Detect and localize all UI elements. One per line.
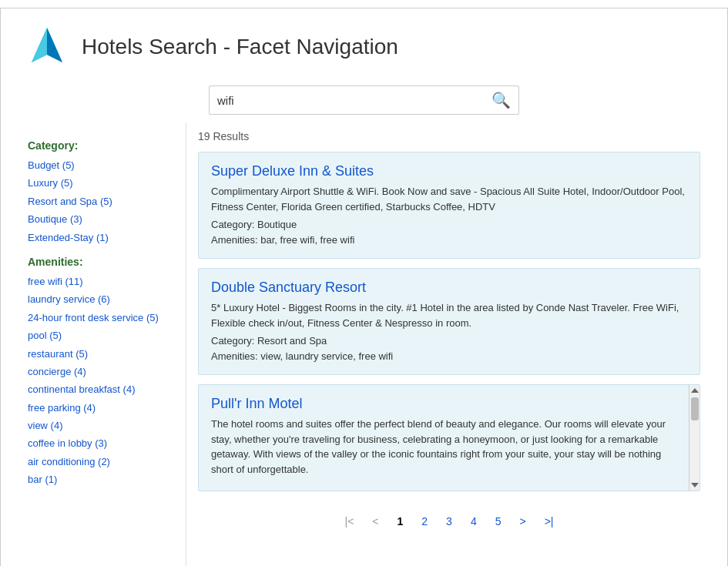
facet-category-luxury[interactable]: Luxury (5) xyxy=(28,174,178,192)
pagination-page-5[interactable]: 5 xyxy=(489,512,508,531)
facet-amenity-coffee-lobby[interactable]: coffee in lobby (3) xyxy=(28,434,178,452)
facet-amenity-pool[interactable]: pool (5) xyxy=(28,327,178,344)
facet-amenity-air-conditioning[interactable]: air conditioning (2) xyxy=(28,453,178,471)
main-content: Category: Budget (5) Luxury (5) Resort a… xyxy=(1,122,727,566)
facet-amenity-view[interactable]: view (4) xyxy=(28,417,178,434)
facet-amenity-free-wifi[interactable]: free wifi (11) xyxy=(28,273,178,290)
scroll-thumb[interactable] xyxy=(691,397,699,420)
search-icon: 🔍 xyxy=(491,92,511,109)
sidebar: Category: Budget (5) Luxury (5) Resort a… xyxy=(16,122,186,566)
pagination-last[interactable]: >| xyxy=(538,512,560,531)
pagination-page-4[interactable]: 4 xyxy=(465,512,483,531)
result-amenities-2: Amenities: view, laundry service, free w… xyxy=(211,349,687,364)
facet-amenity-concierge[interactable]: concierge (4) xyxy=(28,363,178,380)
facet-amenity-continental-breakfast[interactable]: continental breakfast (4) xyxy=(28,380,178,398)
pagination-first[interactable]: |< xyxy=(339,512,361,531)
header: Hotels Search - Facet Navigation xyxy=(1,8,727,78)
pagination-page-2[interactable]: 2 xyxy=(415,512,434,531)
pagination-page-1[interactable]: 1 xyxy=(391,512,410,531)
result-card-1: Super Deluxe Inn & Suites Complimentary … xyxy=(198,152,700,259)
result-desc-1: Complimentary Airport Shuttle & WiFi. Bo… xyxy=(211,184,687,214)
search-box: 🔍 xyxy=(209,85,519,115)
page-title: Hotels Search - Facet Navigation xyxy=(82,35,398,59)
scroll-up-arrow[interactable] xyxy=(691,388,699,393)
result-category-1: Category: Boutique xyxy=(211,217,687,233)
facet-amenity-bar[interactable]: bar (1) xyxy=(28,471,178,488)
pagination-prev[interactable]: < xyxy=(366,512,384,531)
result-title-2[interactable]: Double Sanctuary Resort xyxy=(211,280,687,296)
svg-marker-1 xyxy=(47,28,62,62)
facet-amenity-restaurant[interactable]: restaurant (5) xyxy=(28,345,178,363)
pagination: |< < 1 2 3 4 5 > >| xyxy=(198,501,700,538)
result-title-1[interactable]: Super Deluxe Inn & Suites xyxy=(211,163,687,179)
facet-category-extended-stay[interactable]: Extended-Stay (1) xyxy=(28,229,178,246)
result-card-2: Double Sanctuary Resort 5* Luxury Hotel … xyxy=(198,268,700,375)
result-desc-2: 5* Luxury Hotel - Biggest Rooms in the c… xyxy=(211,300,687,330)
facet-category-resort[interactable]: Resort and Spa (5) xyxy=(28,193,178,210)
search-input[interactable] xyxy=(217,94,491,107)
category-facets: Budget (5) Luxury (5) Resort and Spa (5)… xyxy=(28,156,178,246)
results-area: 19 Results Super Deluxe Inn & Suites Com… xyxy=(186,122,712,566)
search-area: 🔍 xyxy=(1,78,727,122)
pagination-next[interactable]: > xyxy=(513,512,532,531)
result-category-2: Category: Resort and Spa xyxy=(211,333,687,349)
scroll-indicator xyxy=(689,385,699,491)
result-amenities-1: Amenities: bar, free wifi, free wifi xyxy=(211,233,687,248)
search-button[interactable]: 🔍 xyxy=(491,91,511,109)
result-desc-3: The hotel rooms and suites offer the per… xyxy=(211,417,684,477)
amenities-facets: free wifi (11) laundry service (6) 24-ho… xyxy=(28,273,178,489)
results-count: 19 Results xyxy=(198,130,700,142)
result-content-scrollable: The hotel rooms and suites offer the per… xyxy=(211,417,684,480)
pagination-page-3[interactable]: 3 xyxy=(440,512,458,531)
facet-amenity-front-desk[interactable]: 24-hour front desk service (5) xyxy=(28,309,178,327)
result-card-3: Pull'r Inn Motel The hotel rooms and sui… xyxy=(198,384,700,491)
logo xyxy=(24,24,70,70)
facet-category-boutique[interactable]: Boutique (3) xyxy=(28,210,178,228)
svg-marker-2 xyxy=(32,28,47,62)
category-section-title: Category: xyxy=(28,139,178,152)
facet-category-budget[interactable]: Budget (5) xyxy=(28,156,178,174)
result-title-3[interactable]: Pull'r Inn Motel xyxy=(211,396,684,412)
facet-amenity-free-parking[interactable]: free parking (4) xyxy=(28,399,178,417)
amenities-section-title: Amenities: xyxy=(28,256,178,268)
facet-amenity-laundry[interactable]: laundry service (6) xyxy=(28,290,178,308)
scroll-down-arrow[interactable] xyxy=(691,483,699,487)
